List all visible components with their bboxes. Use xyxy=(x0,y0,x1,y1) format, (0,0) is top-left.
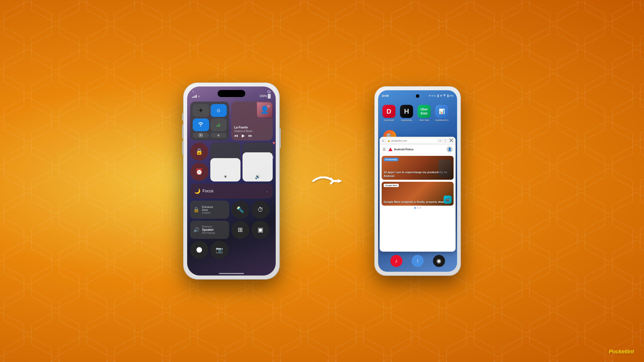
entrance-door-title: Entrance xyxy=(202,205,213,208)
android-app-grid: D DoorDash H HeyMelody UberEats xyxy=(378,103,457,123)
iphone-volume-down-button[interactable] xyxy=(182,141,184,155)
snowflake-icon: ❄ xyxy=(429,95,431,97)
iphone-screen: + ⏻ ⟡ 100% xyxy=(187,86,276,276)
cc-camera-button[interactable]: 📷 xyxy=(210,241,228,259)
cc-brightness-slider[interactable]: ☀ xyxy=(210,143,240,182)
iphone-device: + ⏻ ⟡ 100% xyxy=(184,83,279,279)
hamburger-menu-icon[interactable]: ☰ xyxy=(383,147,386,151)
camera-dock-icon: ◉ xyxy=(436,258,441,264)
cc-row-1: ✈ ⊙ xyxy=(190,102,273,141)
cc-alarm-button[interactable]: ⏰ xyxy=(190,163,208,181)
ubereats-symbol: UberEats xyxy=(420,107,428,115)
android-police-logo: Android Police xyxy=(388,148,444,151)
cc-screen-record-button[interactable] xyxy=(190,241,208,259)
browser-menu-icon[interactable]: ⋮ xyxy=(444,139,447,143)
cc-lock-rotation-button[interactable]: 🔒 xyxy=(190,143,208,161)
bedroom-label: Bedroom xyxy=(202,225,215,228)
airplane-icon: ✈ xyxy=(198,107,203,114)
svg-marker-4 xyxy=(338,179,342,183)
article-card-2[interactable]: Google Meet 📹 Google Meet (original) is … xyxy=(382,182,454,206)
iphone-volume-up-button[interactable] xyxy=(182,124,184,138)
extra-icon: ⊛ xyxy=(217,134,220,137)
bluetooth-icon: ⦿ xyxy=(198,133,203,138)
cc-focus-tile[interactable]: 🌙 Focus ⌄ xyxy=(190,184,273,199)
android-status-icons: ❄ M G ▌ ⦿ ▐ 23% xyxy=(429,94,454,97)
speaker-icon: 🔊 xyxy=(193,227,199,233)
flashlight-icon: 🔦 xyxy=(236,206,244,213)
user-avatar[interactable]: 👤 xyxy=(447,146,453,152)
app-heymelody-wrapper[interactable]: H HeyMelody xyxy=(399,105,414,121)
iphone-mute-button[interactable] xyxy=(182,113,184,121)
wifi-icon xyxy=(198,122,204,128)
brand-name: Pocket xyxy=(609,348,626,355)
cc-wifi-button[interactable] xyxy=(193,118,209,131)
geekbench-symbol: 📊 xyxy=(439,108,445,114)
cc-cellular-button[interactable] xyxy=(211,118,227,131)
cc-bedroom-speaker-tile[interactable]: 🔊 Bedroom Speaker Not Playing xyxy=(190,221,229,239)
dynamic-island xyxy=(218,90,245,97)
app-icon-geekbench[interactable]: 📊 xyxy=(435,105,448,118)
browser-toolbar: ☰ Android Police 👤 xyxy=(380,145,456,154)
share-icon: ↑ xyxy=(416,258,419,264)
android-time: 10:00 xyxy=(382,94,389,97)
battery-indicator: 100% ▓ xyxy=(259,94,271,98)
dock-share-button[interactable]: ↑ xyxy=(412,255,424,267)
entrance-door-name: Door xyxy=(202,208,213,211)
alarm-icon: ⏰ xyxy=(195,168,203,175)
browser-url-bar[interactable]: 🔒 droidpolice.com xyxy=(386,138,438,144)
music-icon: ♪ xyxy=(395,258,398,264)
geekbench-label: Geekbench 6 xyxy=(435,119,449,121)
volume-icon: 🔊 xyxy=(255,174,260,179)
plus-icon: + xyxy=(192,89,194,94)
android-screen: 10:00 ❄ M G ▌ ⦿ ▐ 23% xyxy=(378,90,457,272)
android-dock: ♪ ↑ ◉ xyxy=(378,253,457,272)
ap-triangle-icon xyxy=(388,148,392,151)
android-front-camera xyxy=(416,94,419,98)
moon-icon: 🌙 xyxy=(194,188,200,194)
bluetooth-icon: ⦿ xyxy=(440,95,442,97)
cc-music-artist: Shakira & Bizarr... xyxy=(234,130,254,132)
cc-bluetooth-button[interactable]: ⦿ xyxy=(193,133,209,138)
cc-timer-button[interactable]: ⏱ xyxy=(251,201,269,219)
cc-extra-button[interactable]: ⊛ xyxy=(211,133,227,138)
cc-volume-slider[interactable]: 🔊 xyxy=(243,143,273,182)
app-doordash-wrapper[interactable]: D DoorDash xyxy=(381,105,397,121)
cc-calculator-button[interactable]: ⊞ xyxy=(231,221,249,239)
previous-track-button[interactable]: ⏮ xyxy=(234,133,238,138)
airplay-icon[interactable]: ⊙ xyxy=(267,104,270,108)
play-pause-button[interactable]: ▶ xyxy=(242,133,245,138)
cc-airdrop-button[interactable]: ⊙ xyxy=(211,104,227,117)
cc-connectivity-tile[interactable]: ✈ ⊙ xyxy=(190,102,229,141)
site-name: Android Police xyxy=(394,148,414,151)
dock-music-button[interactable]: ♪ xyxy=(390,255,402,267)
airdrop-icon: ⊙ xyxy=(217,108,220,113)
cc-row-2: 🔒 ⏰ ☀ xyxy=(190,143,273,182)
app-icon-ubereats[interactable]: UberEats xyxy=(418,105,431,118)
heymelody-symbol: H xyxy=(404,107,409,115)
android-outer-shell: 10:00 ❄ M G ▌ ⦿ ▐ 23% xyxy=(375,87,460,275)
cc-scan-button[interactable]: ▣ xyxy=(251,221,269,239)
app-icon-heymelody[interactable]: H xyxy=(400,105,413,118)
cc-flashlight-button[interactable]: 🔦 xyxy=(231,201,249,219)
arrow-container xyxy=(309,171,345,191)
dock-camera-button[interactable]: ◉ xyxy=(433,255,445,267)
new-tab-button[interactable]: + xyxy=(439,139,441,143)
article-image-1: Productivity 10 apps I use to supercharg… xyxy=(382,156,454,180)
app-icon-doordash[interactable]: D xyxy=(382,105,395,118)
cc-music-tile[interactable]: 👤 ⊙ La Fuerte Shakira & Bizarr... ⏮ ▶ ⏭ xyxy=(231,102,273,141)
iphone-power-button[interactable] xyxy=(279,128,281,148)
cc-airplane-button[interactable]: ✈ xyxy=(193,104,209,117)
signal-indicator: ⟡ xyxy=(192,94,200,98)
cc-entrance-door-tile[interactable]: 🔒 Entrance Door Locked xyxy=(190,201,229,219)
lock-icon: 🔒 xyxy=(193,207,199,213)
app-ubereats-wrapper[interactable]: UberEats Uber Eats xyxy=(416,105,432,121)
signal-icon: ▌ xyxy=(438,95,439,97)
page-dot-1 xyxy=(417,207,418,209)
article-card-1[interactable]: Productivity 10 apps I use to supercharg… xyxy=(382,156,454,180)
next-track-button[interactable]: ⏭ xyxy=(248,133,252,138)
cellular-icon xyxy=(216,122,221,128)
browser-window[interactable]: 🔒 droidpolice.com + ⋮ ☰ xyxy=(380,137,456,252)
app-geekbench-wrapper[interactable]: 📊 Geekbench 6 xyxy=(434,105,450,121)
browser-close-button[interactable] xyxy=(450,139,453,143)
android-device: 10:00 ❄ M G ▌ ⦿ ▐ 23% xyxy=(375,87,460,275)
